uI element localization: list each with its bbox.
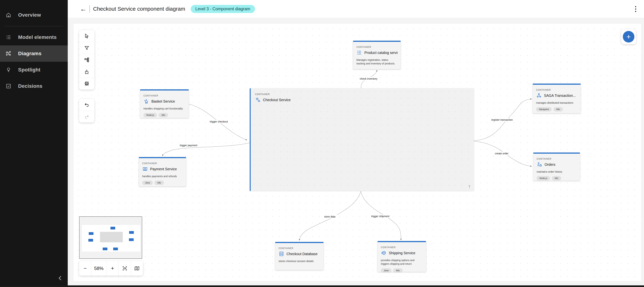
tech-tag: k8s: [554, 107, 563, 111]
unlock-tool[interactable]: [79, 66, 94, 78]
sidebar-item-label: Diagrams: [18, 51, 42, 56]
person-order-icon: [536, 162, 542, 167]
edge-label-trigger-shipment: trigger shipment: [370, 214, 391, 218]
page-header: ← Checkout Service component diagram Lev…: [68, 0, 644, 18]
node-description: Manages registration, status tracking an…: [356, 58, 397, 65]
list-icon: [6, 34, 12, 40]
spotlight-icon: [6, 67, 12, 73]
zoom-out-button[interactable]: −: [79, 261, 91, 276]
node-kind-label: CONTAINER: [142, 162, 183, 165]
drill-up-arrow-icon[interactable]: ↑: [468, 184, 471, 189]
settings-gear-tool[interactable]: [79, 78, 94, 90]
tech-tag: Node.js: [144, 113, 157, 117]
node-saga-transaction[interactable]: CONTAINER SAGA Transaction... manages di…: [533, 84, 580, 113]
sidebar-item-decisions[interactable]: Decisions: [0, 78, 68, 94]
node-kind-label: CONTAINER: [356, 46, 398, 48]
home-icon: [6, 12, 12, 18]
sidebar-collapse-chevron-icon[interactable]: [54, 272, 66, 284]
tech-tag: Java: [381, 268, 391, 273]
tech-tag: k8s: [393, 268, 402, 273]
canvas-gutter: CONTAINER Checkout Service ↑ CONTAINER: [68, 18, 644, 286]
tech-tag: k8s: [159, 113, 168, 117]
node-name: Basket Service: [152, 99, 175, 103]
node-description: provides shipping options and triggers s…: [381, 259, 423, 266]
tech-tag: Java: [142, 181, 153, 185]
node-description: maintains order history: [536, 170, 577, 174]
shipping-box-icon: [381, 250, 387, 256]
title-divider: [90, 5, 90, 12]
node-orders[interactable]: CONTAINER Orders maintains order history…: [533, 153, 580, 181]
minimap[interactable]: [79, 216, 142, 259]
filter-tool[interactable]: [79, 42, 94, 54]
tech-tag: Node.js: [536, 176, 550, 180]
undo-button[interactable]: [79, 99, 94, 111]
edge-label-create-order: create order: [493, 152, 510, 155]
redo-button[interactable]: [79, 111, 94, 122]
node-name: Payment Service: [150, 167, 177, 171]
node-payment-service[interactable]: CONTAINER Payment Service handles paymen…: [139, 157, 186, 186]
tech-tag: Narayana: [536, 107, 552, 111]
node-kind-label: CONTAINER: [278, 247, 320, 250]
fit-view-icon[interactable]: [118, 261, 130, 276]
main-area: ← Checkout Service component diagram Lev…: [68, 0, 644, 287]
sidebar-item-overview[interactable]: Overview: [0, 7, 68, 23]
zoom-in-button[interactable]: +: [106, 261, 118, 276]
edge-label-trigger-checkout: trigger checkout: [208, 120, 229, 123]
edge-label-store-data: store data: [323, 215, 337, 218]
sidebar-item-label: Overview: [18, 12, 41, 18]
node-description: handles payments and refunds: [142, 174, 183, 178]
add-element-card: +: [621, 29, 636, 44]
overflow-menu-icon[interactable]: [631, 4, 640, 14]
node-checkout-database[interactable]: CONTAINER Checkout Database stores check…: [275, 242, 324, 270]
sidebar-item-diagrams[interactable]: Diagrams: [0, 45, 68, 62]
minimap-toggle-icon[interactable]: [131, 261, 143, 276]
sidebar-item-spotlight[interactable]: Spotlight: [0, 62, 68, 78]
node-name: Product catalog service: [364, 51, 398, 55]
node-name: Orders: [544, 163, 556, 167]
edge-label-register-transaction: register transaction: [490, 118, 514, 122]
sidebar-divider: [4, 26, 64, 26]
node-name: SAGA Transaction...: [544, 94, 576, 98]
node-kind-label: CONTAINER: [536, 158, 577, 160]
minimap-container-rect: [100, 232, 123, 242]
history-toolbar: [79, 99, 94, 122]
database-icon: [278, 251, 284, 257]
node-description: Handles shopping cart functionality: [144, 107, 186, 110]
saga-triangle-icon: [536, 93, 542, 98]
select-pointer-tool[interactable]: [79, 30, 94, 42]
edge-trigger-payment: [162, 143, 250, 156]
zoom-level: 58%: [91, 261, 106, 276]
node-basket-service[interactable]: CONTAINER Basket Service Handles shoppin…: [140, 89, 189, 118]
sidebar-item-label: Spotlight: [18, 67, 40, 73]
page-title: Checkout Service component diagram: [93, 6, 185, 12]
edge-label-trigger-payment: trigger payment: [178, 143, 199, 147]
node-name: Shipping Service: [389, 251, 415, 255]
sidebar-item-label: Decisions: [18, 83, 42, 89]
catalog-list-icon: [356, 50, 362, 55]
node-checkout-service[interactable]: CONTAINER Checkout Service ↑: [250, 88, 474, 191]
node-product-catalog-service[interactable]: CONTAINER Product catalog service Manage…: [353, 41, 400, 69]
minimap-viewport: [82, 225, 140, 252]
diagram-level-badge: Level 3 - Component diagram: [191, 5, 255, 13]
back-arrow-icon[interactable]: ←: [78, 4, 88, 14]
tech-tag: k8s: [154, 181, 164, 185]
node-kind-label: CONTAINER: [144, 94, 186, 97]
diagram-canvas[interactable]: CONTAINER Checkout Service ↑ CONTAINER: [74, 24, 641, 281]
bottom-bar: [0, 285, 644, 287]
sidebar-item-label: Model elements: [18, 34, 57, 40]
add-element-button[interactable]: +: [623, 31, 634, 42]
node-description: stores checkout session details: [278, 259, 320, 263]
diagrams-icon: [6, 50, 12, 57]
auto-layout-tool[interactable]: [79, 54, 94, 66]
canvas-toolbar: [79, 30, 94, 90]
node-description: manages distributed transactions: [536, 101, 577, 105]
sidebar: Overview Model elements Diagrams Spotlig…: [0, 0, 68, 287]
node-kind-label: CONTAINER: [381, 246, 423, 249]
shopping-cart-icon: [144, 98, 149, 104]
node-kind-label: CONTAINER: [255, 93, 470, 96]
node-shipping-service[interactable]: CONTAINER Shipping Service provides ship…: [378, 241, 426, 272]
app-window: Overview Model elements Diagrams Spotlig…: [0, 0, 644, 287]
sidebar-item-model-elements[interactable]: Model elements: [0, 29, 68, 45]
node-name: Checkout Database: [286, 252, 318, 256]
edge-label-check-inventory: check inventory: [358, 77, 379, 80]
